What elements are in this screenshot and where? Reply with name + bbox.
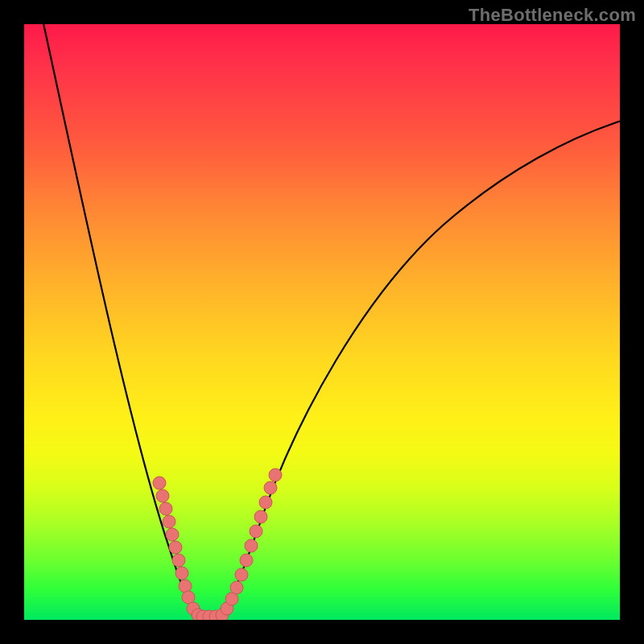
bead [250, 525, 262, 538]
chart-frame: TheBottleneck.com [0, 0, 644, 644]
right-curve [222, 121, 620, 617]
bead [254, 510, 267, 523]
bead [179, 580, 192, 592]
bead [235, 568, 248, 581]
bead [245, 539, 258, 552]
bead [240, 554, 253, 567]
bead [159, 502, 172, 515]
plot-area [24, 24, 620, 620]
bead-cluster [153, 469, 282, 620]
bead [269, 469, 282, 481]
bead [175, 567, 188, 580]
bead [166, 528, 179, 541]
bead [259, 496, 272, 509]
bead [169, 541, 182, 554]
bead [172, 554, 185, 567]
bead [264, 481, 277, 494]
bead [163, 515, 175, 528]
bead [153, 477, 166, 489]
curves-svg [24, 24, 620, 620]
bead [230, 581, 243, 594]
branding-text: TheBottleneck.com [469, 5, 636, 26]
bead [156, 489, 169, 502]
